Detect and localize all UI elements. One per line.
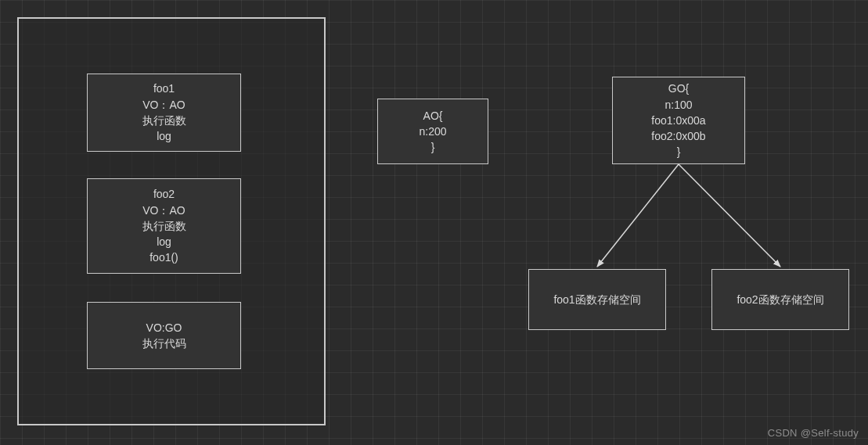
text-line: n:100 <box>665 97 692 113</box>
text-line: } <box>431 139 435 155</box>
text-line: 执行函数 <box>142 218 186 234</box>
text-line: foo2 <box>153 186 175 202</box>
text-line: foo1:0x00a <box>651 113 705 128</box>
text-line: VO：AO <box>142 97 185 113</box>
stack-frame-foo1: foo1 VO：AO 执行函数 log <box>87 74 241 152</box>
stack-frame-foo2: foo2 VO：AO 执行函数 log foo1() <box>87 178 241 274</box>
text-line: foo1() <box>149 249 178 265</box>
watermark-text: CSDN @Self-study <box>768 427 859 439</box>
text-line: 执行函数 <box>142 113 186 128</box>
text-line: } <box>677 144 681 160</box>
text-line: foo1 <box>153 81 175 96</box>
text-line: foo2函数存储空间 <box>737 292 823 307</box>
text-line: n:200 <box>419 124 446 139</box>
text-line: log <box>157 234 171 249</box>
text-line: VO:GO <box>146 320 182 336</box>
stack-frame-global: VO:GO 执行代码 <box>87 302 241 369</box>
call-stack-container: foo1 VO：AO 执行函数 log foo2 VO：AO 执行函数 log … <box>17 17 326 425</box>
ao-object-box: AO{ n:200 } <box>377 99 488 164</box>
text-line: foo2:0x00b <box>651 128 705 144</box>
text-line: log <box>157 128 171 144</box>
text-line: foo1函数存储空间 <box>553 292 640 307</box>
foo2-storage-box: foo2函数存储空间 <box>711 269 849 330</box>
go-object-box: GO{ n:100 foo1:0x00a foo2:0x00b } <box>612 77 745 164</box>
foo1-storage-box: foo1函数存储空间 <box>528 269 666 330</box>
text-line: GO{ <box>668 81 689 96</box>
text-line: VO：AO <box>142 203 185 218</box>
text-line: 执行代码 <box>142 336 186 351</box>
text-line: AO{ <box>423 108 443 124</box>
